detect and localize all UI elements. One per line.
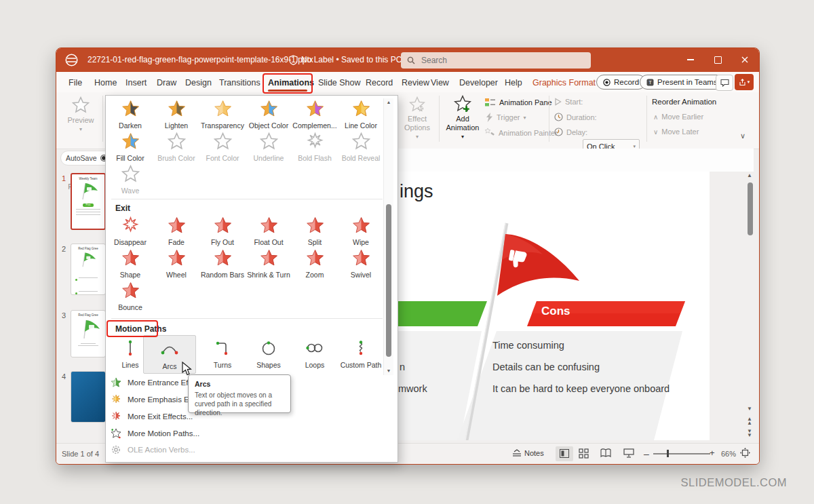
animation-pane-button[interactable]: Animation Pane (485, 98, 552, 107)
item-label: Bold Flash (292, 154, 337, 162)
trigger-lightning-icon (486, 113, 493, 122)
tab-developer[interactable]: Developer (459, 75, 498, 90)
tab-slide-show[interactable]: Slide Show (318, 75, 361, 90)
share-button[interactable]: ▾ (735, 74, 754, 90)
move-earlier-button[interactable]: ∧ Move Earlier (653, 113, 703, 121)
gallery-item-lighten[interactable]: Lighten (154, 100, 199, 130)
previous-slide-icon[interactable]: ▲▲ (745, 417, 754, 425)
record-button[interactable]: Record (596, 75, 646, 90)
animation-painter-button[interactable]: Animation Painter (484, 128, 558, 138)
gallery-item-custom-path[interactable]: Custom Path (338, 338, 383, 369)
next-slide-icon[interactable]: ▼▼ (745, 429, 754, 438)
zoom-slider-track[interactable] (653, 453, 710, 454)
gallery-item-bounce[interactable]: Bounce (108, 282, 153, 311)
tab-draw[interactable]: Draw (157, 75, 176, 90)
slideshow-view-icon[interactable] (623, 448, 634, 458)
slide-thumbnail-2[interactable]: Red Flag Gree (71, 244, 106, 295)
scrollbar-thumb[interactable] (748, 182, 753, 235)
tab-transitions[interactable]: Transitions (219, 75, 260, 90)
gallery-item-float-out[interactable]: Float Out (246, 216, 291, 246)
gallery-item-wipe[interactable]: Wipe (338, 216, 383, 246)
group-divider (549, 96, 549, 142)
gallery-item-shapes[interactable]: Shapes (246, 338, 291, 369)
gallery-item-object-color[interactable]: Object Color (246, 100, 291, 130)
vertical-scrollbar[interactable]: ▲ ▼ ▲▲ ▼▼ (745, 172, 755, 440)
gallery-item-shrink-and-turn[interactable]: Shrink & Turn (246, 249, 291, 279)
tab-record[interactable]: Record (366, 75, 393, 90)
gallery-item-fade[interactable]: Fade (154, 216, 199, 246)
slide-thumbnail-1[interactable]: Weekly Team Pros (71, 173, 106, 230)
zoom-level[interactable]: 66% (721, 450, 736, 458)
tab-design[interactable]: Design (185, 75, 212, 90)
gallery-item-loops[interactable]: Loops (292, 338, 337, 369)
gallery-item-shape[interactable]: Shape (108, 249, 153, 279)
minimize-button[interactable] (684, 53, 697, 66)
gallery-item-line-color[interactable]: Line Color (338, 100, 383, 130)
slide-sorter-view-icon[interactable] (579, 448, 589, 459)
star-icon (214, 249, 232, 267)
close-button[interactable] (738, 53, 752, 66)
mini-pros-banner: Pros (83, 203, 94, 207)
fit-slide-icon[interactable] (740, 448, 750, 458)
menu-item-label: More Motion Paths... (128, 429, 199, 438)
trigger-button[interactable]: Trigger ▾ (486, 113, 526, 122)
preview-button[interactable]: Preview ▾ (62, 96, 100, 134)
tab-insert[interactable]: Insert (125, 75, 147, 90)
tab-view[interactable]: View (431, 75, 449, 90)
normal-view-button[interactable] (556, 446, 573, 461)
add-animation-button[interactable]: Add Animation ▾ (443, 95, 482, 141)
search-input[interactable] (420, 55, 558, 66)
search-icon (407, 56, 415, 64)
star-icon (168, 100, 186, 118)
scroll-up-icon[interactable]: ▲ (745, 173, 754, 178)
gallery-item-turns[interactable]: Turns (200, 338, 245, 369)
share-icon (739, 79, 746, 86)
motion-path-star-icon (111, 428, 121, 439)
tab-help[interactable]: Help (505, 75, 522, 90)
slide-thumbnail-4[interactable] (71, 371, 106, 423)
maximize-button[interactable] (711, 53, 724, 66)
zoom-in-button[interactable]: + (710, 448, 715, 458)
group-divider (102, 96, 103, 142)
gallery-item-random-bars[interactable]: Random Bars (200, 249, 245, 279)
gallery-item-zoom[interactable]: Zoom (292, 249, 337, 279)
gallery-item-transparency[interactable]: Transparency (200, 100, 245, 130)
label-status[interactable]: No Label • Saved to this PC ▾ (301, 55, 407, 64)
gallery-scrollbar[interactable]: ▲ ▼ (383, 98, 393, 375)
gallery-item-swivel[interactable]: Swivel (338, 249, 383, 279)
present-in-teams-button[interactable]: T Present in Teams (640, 75, 724, 90)
tab-graphics-format[interactable]: Graphics Format (532, 75, 596, 90)
effect-options-button[interactable]: Effect Options ▾ (400, 96, 435, 141)
scroll-down-icon[interactable]: ▼ (745, 406, 754, 412)
item-label: Object Color (246, 121, 291, 130)
zoom-slider-thumb[interactable] (667, 450, 669, 457)
menu-more-exit-effects[interactable]: More Exit Effects... (111, 409, 193, 424)
gallery-item-fly-out[interactable]: Fly Out (200, 216, 245, 246)
collapse-ribbon-icon[interactable]: ∨ (740, 132, 745, 140)
scroll-up-icon[interactable]: ▲ (384, 100, 393, 104)
zoom-out-button[interactable]: – (644, 448, 649, 459)
gallery-item-complementary-color[interactable]: Complemen... (292, 100, 337, 130)
gallery-item-disappear[interactable]: Disappear (108, 216, 153, 246)
slide-indicator[interactable]: Slide 1 of 4 (62, 450, 99, 458)
gallery-item-wheel[interactable]: Wheel (154, 249, 199, 279)
tab-file[interactable]: File (69, 75, 82, 90)
scroll-down-icon[interactable]: ▼ (384, 368, 393, 373)
tab-review[interactable]: Review (402, 75, 429, 90)
notes-button[interactable]: Notes (512, 449, 544, 457)
tab-animations[interactable]: Animations (268, 75, 314, 90)
menu-more-motion-paths[interactable]: More Motion Paths... (111, 426, 199, 441)
search-bar[interactable] (401, 52, 591, 69)
gallery-item-split[interactable]: Split (292, 216, 337, 246)
gallery-item-darken[interactable]: Darken (108, 100, 153, 130)
slide-canvas[interactable]: ings Cons Time consuming Details c (398, 172, 710, 440)
slide-thumbnail-3[interactable]: Red Flag Gree (71, 310, 106, 357)
gallery-item-fill-color[interactable]: Fill Color (108, 132, 153, 162)
gallery-scrollbar-thumb[interactable] (386, 204, 391, 357)
tooltip-body: Text or object moves on a curved path in… (195, 391, 284, 417)
comments-button[interactable] (716, 75, 733, 91)
move-later-button[interactable]: ∨ Move Later (653, 128, 699, 136)
reading-view-icon[interactable] (600, 448, 611, 458)
item-label: Turns (200, 361, 245, 369)
tab-home[interactable]: Home (94, 75, 117, 90)
